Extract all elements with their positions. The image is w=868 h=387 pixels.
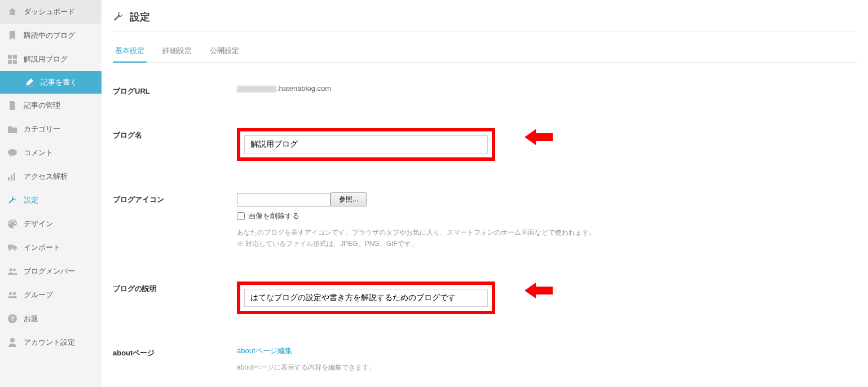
- sidebar-item-manage-posts[interactable]: 記事の管理: [0, 94, 102, 117]
- label-blog-desc: ブログの説明: [113, 282, 237, 294]
- blog-name-input[interactable]: [244, 135, 488, 153]
- svg-point-12: [13, 269, 15, 271]
- sidebar-item-label: ブログメンバー: [24, 266, 75, 276]
- sidebar-item-analytics[interactable]: アクセス解析: [0, 165, 102, 188]
- svg-point-11: [10, 269, 12, 271]
- svg-rect-3: [13, 60, 17, 64]
- svg-point-13: [9, 292, 12, 295]
- users-icon: [8, 267, 17, 276]
- browse-button[interactable]: 参照...: [331, 192, 367, 206]
- tab-publish[interactable]: 公開設定: [208, 40, 241, 62]
- sidebar-item-comments[interactable]: コメント: [0, 141, 102, 165]
- svg-point-4: [8, 149, 17, 156]
- svg-point-14: [13, 292, 16, 295]
- svg-rect-6: [11, 175, 12, 181]
- arrow-annotation: [525, 129, 553, 145]
- about-edit-link[interactable]: aboutページ編集: [237, 346, 857, 356]
- delete-image-checkbox[interactable]: [237, 212, 245, 220]
- compose-icon: [25, 78, 34, 87]
- svg-text:?: ?: [11, 315, 15, 322]
- palette-icon: [8, 219, 17, 228]
- comment-icon: [8, 148, 17, 157]
- svg-point-10: [14, 249, 16, 251]
- chart-icon: [8, 172, 17, 181]
- sidebar-item-label: 設定: [24, 195, 38, 205]
- sidebar-item-group[interactable]: グループ: [0, 283, 102, 307]
- blurred-text: [237, 86, 276, 93]
- label-blog-name: ブログ名: [113, 128, 237, 140]
- svg-rect-8: [8, 245, 14, 249]
- sidebar-item-label: 解説用ブログ: [24, 54, 68, 64]
- sidebar-item-label: インポート: [24, 243, 60, 253]
- sidebar-item-account[interactable]: アカウント設定: [0, 331, 102, 354]
- bookmark-icon: [8, 31, 17, 40]
- wrench-icon: [113, 11, 124, 23]
- tab-advanced[interactable]: 詳細設定: [160, 40, 194, 62]
- group-icon: [8, 291, 17, 300]
- highlight-box: [237, 128, 495, 161]
- help-icon: ?: [8, 314, 17, 323]
- home-icon: [8, 7, 17, 16]
- sidebar-item-label: カテゴリー: [24, 124, 60, 134]
- sidebar-item-dashboard[interactable]: ダッシュボード: [0, 0, 102, 24]
- svg-rect-1: [13, 55, 17, 59]
- sidebar-item-label: 記事の管理: [24, 100, 60, 111]
- sidebar-item-settings[interactable]: 設定: [0, 188, 102, 212]
- label-blog-url: ブログURL: [113, 84, 237, 96]
- sidebar-item-design[interactable]: デザイン: [0, 212, 102, 236]
- sidebar-item-label: お題: [24, 314, 38, 324]
- label-about: aboutページ: [113, 346, 237, 358]
- svg-rect-7: [14, 173, 15, 181]
- blog-desc-input[interactable]: [244, 289, 488, 307]
- sidebar-item-subscriptions[interactable]: 購読中のブログ: [0, 24, 102, 47]
- sidebar-item-label: アカウント設定: [24, 337, 75, 348]
- sidebar-item-blog[interactable]: 解説用ブログ: [0, 47, 102, 71]
- sidebar-item-label: コメント: [24, 148, 53, 158]
- svg-point-17: [10, 338, 15, 342]
- page-title: 設定: [113, 10, 857, 32]
- truck-icon: [8, 243, 17, 252]
- sidebar-item-import[interactable]: インポート: [0, 236, 102, 260]
- delete-image-row[interactable]: 画像を削除する: [237, 211, 857, 221]
- blog-url-value: .hatenablog.com: [237, 84, 857, 93]
- sidebar-item-label: 購読中のブログ: [24, 30, 75, 41]
- sidebar-item-categories[interactable]: カテゴリー: [0, 117, 102, 141]
- sidebar-item-label: ダッシュボード: [24, 7, 75, 17]
- folder-icon: [8, 125, 17, 134]
- tabs: 基本設定 詳細設定 公開設定: [113, 40, 857, 63]
- sidebar-item-label: グループ: [24, 290, 53, 300]
- document-icon: [8, 101, 17, 110]
- sidebar-item-topic[interactable]: ? お題: [0, 307, 102, 331]
- file-path-display: [237, 193, 331, 206]
- sidebar-item-members[interactable]: ブログメンバー: [0, 260, 102, 283]
- svg-point-9: [9, 249, 11, 251]
- svg-rect-2: [8, 60, 12, 64]
- arrow-annotation: [525, 283, 553, 298]
- sidebar-item-label: アクセス解析: [24, 171, 68, 182]
- write-post-button[interactable]: 記事を書く: [0, 71, 102, 94]
- svg-rect-5: [8, 177, 10, 181]
- help-text: aboutページに表示する内容を編集できます。: [237, 362, 857, 373]
- highlight-box: [237, 282, 495, 314]
- label-blog-icon: ブログアイコン: [113, 192, 237, 205]
- help-text: あなたのブログを表すアイコンです。ブラウザのタブやお気に入り、スマートフォンのホ…: [237, 227, 857, 250]
- sidebar-item-label: デザイン: [24, 219, 53, 229]
- svg-rect-0: [8, 55, 12, 59]
- tab-basic[interactable]: 基本設定: [113, 40, 147, 63]
- wrench-icon: [8, 196, 17, 205]
- grid-icon: [8, 55, 17, 64]
- sidebar-item-label: 記事を書く: [41, 77, 77, 87]
- user-icon: [8, 338, 17, 347]
